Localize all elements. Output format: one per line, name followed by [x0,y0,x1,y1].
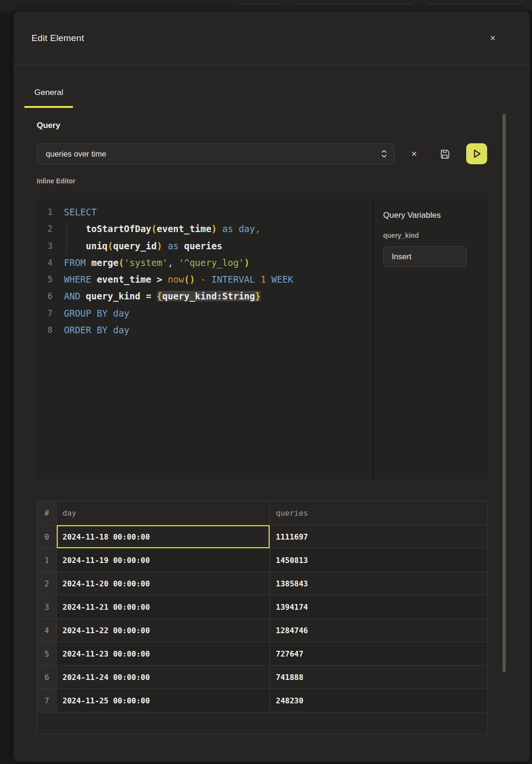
modal-title: Edit Element [31,33,84,43]
line-number: 6 [37,288,52,305]
code-line-content: ORDER BY day [64,322,129,339]
line-number: 3 [37,238,52,255]
table-row: 72024-11-25 00:00:00248230 [37,689,487,712]
edit-element-modal: Edit Element ✕ General Query queries ove… [13,11,530,762]
cell-queries[interactable]: 741888 [270,666,487,689]
query-section-label: Query [37,120,488,130]
query-variables-title: Query Variables [383,211,478,220]
cell-day[interactable]: 2024-11-18 00:00:00 [57,525,270,549]
play-icon [471,148,482,159]
cell-queries[interactable]: 1394174 [270,595,487,619]
code-line-content: toStartOfDay(event_time) as day, [64,221,261,237]
save-icon [439,149,450,159]
line-number: 7 [37,305,52,322]
modal-scrollbar[interactable] [502,114,506,672]
table-row: 42024-11-22 00:00:001284746 [37,619,487,642]
cell-day[interactable]: 2024-11-19 00:00:00 [57,549,270,572]
row-index: 5 [37,642,57,666]
cell-day[interactable]: 2024-11-20 00:00:00 [57,572,270,595]
code-line-content: WHERE event_time > now() - INTERVAL 1 WE… [64,271,293,288]
background-toolbar-button[interactable] [292,0,414,4]
row-index: 3 [37,595,57,619]
table-row: 62024-11-24 00:00:00741888 [37,666,487,689]
cell-queries[interactable]: 248230 [270,689,487,712]
column-header-day[interactable]: day [57,501,270,525]
cell-queries[interactable]: 727647 [270,642,487,666]
line-number: 4 [37,255,52,271]
run-query-button[interactable] [466,143,487,164]
cell-day[interactable]: 2024-11-23 00:00:00 [57,642,270,666]
code-lines: 1SELECT2 toStartOfDay(event_time) as day… [37,204,373,339]
insert-variable-button[interactable]: Insert [383,246,467,267]
row-index: 0 [37,525,57,549]
background-toolbar-button[interactable] [236,0,282,4]
table-header-row: #dayqueries [37,501,487,525]
sql-editor[interactable]: 1SELECT2 toStartOfDay(event_time) as day… [37,199,373,479]
cell-queries[interactable]: 1385843 [270,572,487,595]
tab-general[interactable]: General [24,87,73,108]
table-row: 32024-11-21 00:00:001394174 [37,595,487,619]
cell-queries[interactable]: 1450813 [270,549,487,572]
line-number: 2 [37,221,52,237]
cell-day[interactable]: 2024-11-24 00:00:00 [57,666,270,689]
code-line: 7GROUP BY day [37,305,373,322]
save-button[interactable] [438,143,452,164]
inline-editor-label: Inline Editor [37,177,488,185]
code-line: 4FROM merge('system', '^query_log') [37,255,373,271]
table-empty-area [37,712,487,734]
code-line: 5WHERE event_time > now() - INTERVAL 1 W… [37,271,373,288]
close-icon[interactable]: ✕ [488,32,498,43]
code-line-content: uniq(query_id) as queries [64,238,222,255]
code-line-content: FROM merge('system', '^query_log') [64,255,250,271]
chevron-up-down-icon [381,149,387,159]
code-line-content: GROUP BY day [64,305,129,322]
code-line: 1SELECT [37,204,373,221]
code-line: 8ORDER BY day [37,322,373,339]
query-variables-panel: Query Variables query_kind Insert [374,199,488,479]
row-index: 6 [37,666,57,689]
cell-day[interactable]: 2024-11-22 00:00:00 [57,619,270,642]
code-line: 2 toStartOfDay(event_time) as day, [37,221,373,237]
clear-query-button[interactable]: ✕ [407,143,421,164]
code-line-content: AND query_kind = {query_kind:String} [64,288,261,305]
cell-day[interactable]: 2024-11-25 00:00:00 [57,689,270,712]
modal-header: Edit Element ✕ [13,11,530,65]
table-row: 02024-11-18 00:00:001111697 [37,525,487,549]
query-select-value: queries over time [46,149,106,159]
inline-editor-container: 1SELECT2 toStartOfDay(event_time) as day… [37,199,488,479]
row-index: 2 [37,572,57,595]
column-header-index: # [37,501,57,525]
column-header-queries[interactable]: queries [270,501,487,525]
row-index: 1 [37,549,57,572]
line-number: 1 [37,204,52,221]
code-line-content: SELECT [64,204,97,221]
cell-queries[interactable]: 1284746 [270,619,487,642]
line-number: 8 [37,322,52,339]
cell-day[interactable]: 2024-11-21 00:00:00 [57,595,270,619]
code-line: 3 uniq(query_id) as queries [37,238,373,255]
background-toolbar-button[interactable] [424,0,522,4]
table-row: 12024-11-19 00:00:001450813 [37,549,487,572]
table-row: 52024-11-23 00:00:00727647 [37,642,487,666]
query-select[interactable]: queries over time [37,143,395,164]
tab-bar: General [13,87,530,108]
row-index: 4 [37,619,57,642]
row-index: 7 [37,689,57,712]
line-number: 5 [37,271,52,288]
indent-guide [66,221,67,255]
query-select-row: queries over time ✕ [37,143,488,164]
background-toolbar [0,0,532,11]
variable-name: query_kind [383,232,478,239]
cell-queries[interactable]: 1111697 [270,525,487,549]
code-line: 6AND query_kind = {query_kind:String} [37,288,373,305]
table-row: 22024-11-20 00:00:001385843 [37,572,487,595]
results-table: #dayqueries02024-11-18 00:00:00111169712… [37,500,488,734]
